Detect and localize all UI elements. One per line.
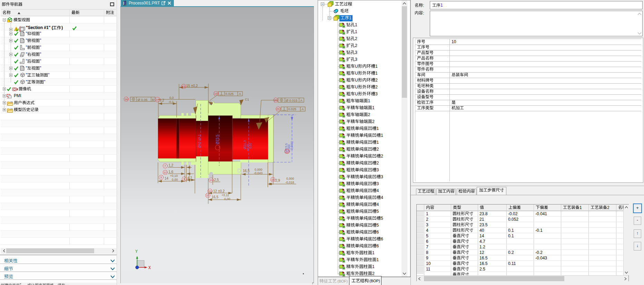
svg-text:6: 6 — [377, 230, 379, 235]
svg-text:12: 12 — [164, 171, 167, 174]
svg-text:4: 4 — [381, 195, 383, 200]
svg-text:U: U — [355, 92, 358, 96]
svg-text:0.025: 0.025 — [288, 107, 296, 111]
svg-text::: : — [423, 11, 424, 16]
svg-text:Y: Y — [135, 249, 138, 254]
svg-text:9,2: 9,2 — [159, 98, 164, 102]
svg-text:-0,041): -0,041) — [290, 141, 294, 151]
svg-text:U: U — [355, 85, 358, 89]
svg-text:1: 1 — [349, 16, 351, 20]
svg-text:5: 5 — [377, 223, 379, 228]
svg-text:2,5: 2,5 — [214, 178, 219, 182]
svg-text:A: A — [300, 98, 303, 102]
svg-text:Ø 0.015: Ø 0.015 — [286, 98, 298, 102]
svg-text:15 ±0,2: 15 ±0,2 — [186, 84, 198, 88]
svg-text:1: 1 — [375, 64, 378, 69]
svg-text:4: 4 — [377, 202, 379, 207]
svg-text:6: 6 — [377, 244, 379, 248]
svg-text:Ø23,5: Ø23,5 — [215, 134, 219, 144]
svg-text:0,0: 0,0 — [169, 96, 174, 99]
svg-text:3: 3 — [355, 57, 357, 62]
svg-text:6: 6 — [381, 237, 383, 241]
svg-text:15: 15 — [271, 178, 275, 181]
svg-text:U: U — [355, 71, 358, 76]
svg-text:Ø43 ±0,1: Ø43 ±0,1 — [197, 134, 201, 148]
svg-text:2: 2 — [368, 112, 370, 117]
svg-text:Ø 0.05: Ø 0.05 — [138, 98, 148, 102]
svg-text:2: 2 — [375, 85, 378, 89]
svg-text:0,000: 0,000 — [286, 177, 294, 180]
svg-text:13: 13 — [182, 85, 185, 88]
svg-text:9: 9 — [184, 178, 185, 181]
svg-text:3: 3 — [381, 174, 383, 179]
svg-text:17: 17 — [206, 194, 209, 197]
svg-text:16,5: 16,5 — [212, 195, 219, 199]
svg-text:11: 11 — [210, 179, 213, 182]
svg-text:0,000: 0,000 — [255, 168, 262, 171]
svg-text:2,9: 2,9 — [275, 179, 280, 182]
svg-text:0,00: 0,00 — [224, 197, 230, 201]
svg-text:3: 3 — [375, 92, 378, 96]
svg-text:1: 1 — [375, 71, 378, 76]
svg-text:1: 1 — [377, 257, 379, 262]
svg-text:19: 19 — [215, 92, 218, 95]
svg-text:1: 1 — [355, 22, 357, 27]
svg-text:1: 1 — [377, 126, 379, 131]
svg-text:-0,1: -0,1 — [168, 100, 174, 104]
svg-text:4: 4 — [377, 188, 379, 193]
svg-text:7: 7 — [165, 164, 166, 168]
svg-text:2: 2 — [375, 78, 378, 83]
svg-text:1: 1 — [355, 29, 357, 34]
svg-text::: : — [423, 3, 424, 8]
svg-text:U: U — [355, 64, 358, 69]
svg-text:2: 2 — [377, 161, 379, 165]
svg-text:1: 1 — [286, 150, 288, 153]
svg-text:2: 2 — [372, 119, 375, 124]
svg-text:-0,018: -0,018 — [285, 181, 294, 184]
svg-text:16,5: 16,5 — [243, 169, 250, 173]
svg-text:1: 1 — [368, 98, 370, 103]
svg-text:14: 14 — [156, 98, 159, 101]
svg-text:2: 2 — [377, 147, 379, 152]
svg-text:+0,11: +0,11 — [221, 193, 229, 197]
svg-text:C1: C1 — [245, 97, 249, 101]
svg-text:+0,10: +0,10 — [170, 174, 178, 178]
svg-text:2: 2 — [381, 154, 383, 159]
svg-text:2: 2 — [355, 43, 357, 48]
svg-text:B: B — [152, 98, 154, 102]
svg-text:18: 18 — [125, 98, 128, 101]
svg-text:3: 3 — [355, 50, 357, 55]
svg-text:3: 3 — [377, 181, 379, 186]
svg-text:12 ±0,2: 12 ±0,2 — [213, 189, 225, 193]
svg-text:0.025: 0.025 — [226, 92, 234, 96]
svg-text:1,6: 1,6 — [169, 170, 174, 174]
svg-text:1: 1 — [381, 133, 383, 138]
svg-text:U: U — [355, 78, 358, 83]
svg-text:A: A — [301, 107, 304, 111]
svg-text:1,2: 1,2 — [169, 163, 174, 167]
svg-text:14: 14 — [165, 177, 169, 180]
svg-text:5: 5 — [377, 209, 379, 214]
svg-text:1: 1 — [372, 264, 375, 269]
svg-text:0,00: 0,00 — [172, 178, 178, 181]
svg-text:X: X — [148, 266, 151, 270]
svg-text:2: 2 — [355, 36, 357, 41]
svg-text:1: 1 — [372, 250, 375, 255]
svg-text:1: 1 — [377, 140, 379, 145]
svg-text:21: 21 — [277, 107, 280, 111]
svg-text:A: A — [239, 92, 241, 96]
svg-text:5: 5 — [381, 216, 383, 221]
svg-text:5: 5 — [160, 176, 162, 179]
svg-text:2: 2 — [372, 271, 375, 276]
svg-text:0,02: 0,02 — [249, 143, 252, 149]
svg-text:1: 1 — [372, 105, 375, 110]
svg-text:3: 3 — [377, 168, 379, 172]
